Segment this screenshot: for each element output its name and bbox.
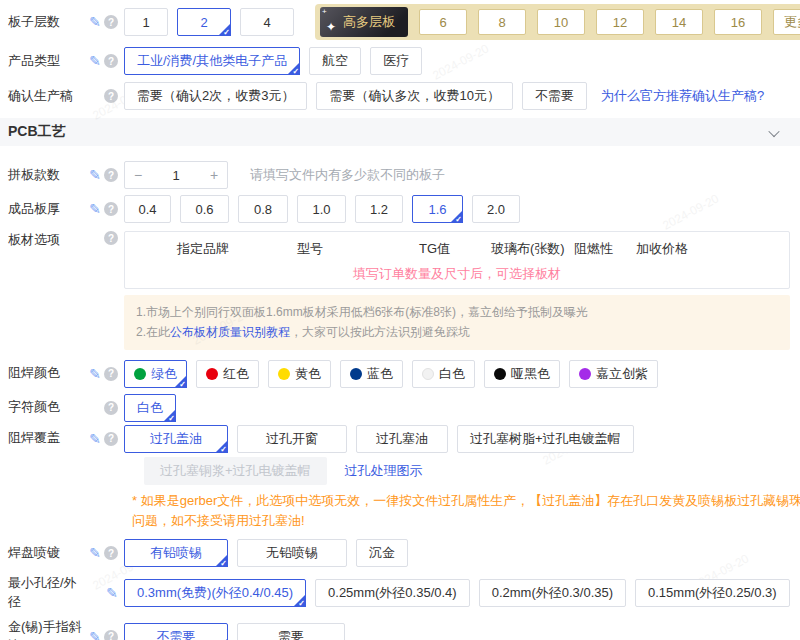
hasl-lead-free[interactable]: 无铅喷锡	[237, 539, 347, 567]
material-block: 指定品牌 型号 TG值 玻璃布(张数) 阻燃性 加收价格 填写订单数量及尺寸后，…	[124, 231, 792, 350]
layers-option-12[interactable]: 12	[596, 9, 644, 35]
solder-color-options: 绿色 红色 黄色 蓝色 白色 哑黑色 嘉立创紫	[124, 360, 792, 388]
via-covering-options: 过孔盖油 过孔开窗 过孔塞油 过孔塞树脂+过孔电镀盖帽	[124, 425, 792, 453]
stepper-plus-button[interactable]: +	[201, 167, 227, 183]
multilayer-group: + ✦ 高多层板 6 8 10 12 14 16 更多层数	[315, 4, 800, 40]
help-icon[interactable]: ?	[104, 54, 118, 68]
layers-option-2-selected[interactable]: 2	[177, 8, 231, 36]
gold-finger-label: 金(锡)手指斜边	[8, 618, 86, 640]
red-dot-icon	[206, 368, 218, 380]
help-icon[interactable]: ?	[104, 231, 118, 245]
sparkle-icon: ✦	[326, 21, 336, 33]
edit-icon[interactable]: ✎	[89, 54, 101, 68]
hole-0.15mm[interactable]: 0.15mm(外径0.25/0.3)	[635, 579, 790, 607]
note-2-text: ，大家可以按此方法识别避免踩坑	[290, 325, 470, 339]
confirm-option-none[interactable]: 不需要	[522, 82, 587, 110]
via-treatment-diagram-link[interactable]: 过孔处理图示	[345, 462, 423, 480]
help-icon[interactable]: ?	[104, 15, 118, 29]
help-icon[interactable]: ?	[104, 367, 118, 381]
product-option-industrial-selected[interactable]: 工业/消费/其他类电子产品	[124, 47, 300, 75]
help-icon[interactable]: ?	[104, 401, 118, 415]
collapse-chevron-icon[interactable]	[770, 125, 778, 140]
via-resin-plugged-capped[interactable]: 过孔塞树脂+过孔电镀盖帽	[457, 425, 634, 453]
hole-0.2mm[interactable]: 0.2mm(外径0.3/0.35)	[479, 579, 626, 607]
bevel-needed[interactable]: 需要	[237, 623, 345, 640]
thickness-0.8[interactable]: 0.8	[238, 195, 288, 223]
edit-icon[interactable]: ✎	[89, 367, 101, 381]
thickness-0.6[interactable]: 0.6	[180, 195, 229, 223]
row-silkscreen-color: 字符颜色 ? 白色	[8, 394, 792, 422]
silkscreen-white-selected[interactable]: 白色	[124, 394, 176, 422]
color-label: 白色	[439, 365, 465, 383]
via-opened[interactable]: 过孔开窗	[237, 425, 347, 453]
via-plugged[interactable]: 过孔塞油	[356, 425, 448, 453]
color-option-white[interactable]: 白色	[412, 360, 475, 388]
help-icon[interactable]: ?	[104, 630, 118, 640]
row-icons: ?	[86, 401, 118, 415]
layers-option-8[interactable]: 8	[478, 9, 526, 35]
material-tutorial-link[interactable]: 公布板材质量识别教程	[170, 325, 290, 339]
surface-finish-options: 有铅喷锡 无铅喷锡 沉金	[124, 539, 792, 567]
edit-icon[interactable]: ✎	[89, 546, 101, 560]
gerber-warning-text: * 如果是gerber文件，此选项中选项无效，一律按文件过孔属性生产，【过孔盖油…	[132, 491, 800, 531]
help-icon[interactable]: ?	[104, 546, 118, 560]
edit-icon[interactable]: ✎	[89, 630, 101, 640]
multilayer-badge[interactable]: + ✦ 高多层板	[320, 7, 408, 37]
thickness-1.2[interactable]: 1.2	[355, 195, 403, 223]
board-layers-label: 板子层数	[8, 13, 86, 32]
thickness-1.0[interactable]: 1.0	[297, 195, 346, 223]
purple-dot-icon	[579, 368, 591, 380]
why-confirm-link[interactable]: 为什么官方推荐确认生产稿?	[601, 87, 764, 105]
edit-icon[interactable]: ✎	[89, 202, 101, 216]
color-option-jlc-purple[interactable]: 嘉立创紫	[569, 360, 658, 388]
stepper-value[interactable]: 1	[151, 168, 201, 183]
min-hole-options: 0.3mm(免费)(外径0.4/0.45) 0.25mm(外径0.35/0.4)…	[124, 579, 792, 607]
hasl-leaded-selected[interactable]: 有铅喷锡	[124, 539, 228, 567]
enig[interactable]: 沉金	[356, 539, 408, 567]
hole-0.25mm[interactable]: 0.25mm(外径0.35/0.4)	[315, 579, 470, 607]
section-title: PCB工艺	[8, 123, 66, 141]
material-label: 板材选项	[8, 231, 86, 250]
more-layers-dropdown[interactable]: 更多层数	[773, 9, 800, 35]
color-option-blue[interactable]: 蓝色	[340, 360, 403, 388]
color-option-matte-black[interactable]: 哑黑色	[484, 360, 560, 388]
layers-option-1[interactable]: 1	[124, 8, 168, 36]
color-label: 黄色	[295, 365, 321, 383]
row-material-options: 板材选项 ? 指定品牌 型号 TG值 玻璃布(张数) 阻燃性 加收价格 填写订单…	[8, 231, 792, 350]
confirm-option-twice[interactable]: 需要（确认2次，收费3元）	[124, 82, 307, 110]
product-option-medical[interactable]: 医疗	[370, 47, 422, 75]
material-table: 指定品牌 型号 TG值 玻璃布(张数) 阻燃性 加收价格 填写订单数量及尺寸后，…	[124, 231, 790, 289]
product-option-aerospace[interactable]: 航空	[309, 47, 361, 75]
help-icon[interactable]: ?	[104, 432, 118, 446]
help-icon[interactable]: ?	[104, 168, 118, 182]
via-tented-selected[interactable]: 过孔盖油	[124, 425, 228, 453]
white-dot-icon	[422, 368, 434, 380]
bevel-not-needed-selected[interactable]: 不需要	[124, 623, 228, 640]
edit-icon[interactable]: ✎	[106, 586, 118, 600]
row-gold-finger-bevel: 金(锡)手指斜边 ✎ ? 不需要 需要	[8, 618, 792, 640]
color-option-red[interactable]: 红色	[196, 360, 259, 388]
quantity-stepper: − 1 +	[124, 161, 228, 189]
hole-0.3mm-selected[interactable]: 0.3mm(免费)(外径0.4/0.45)	[124, 579, 306, 607]
stepper-minus-button[interactable]: −	[125, 167, 151, 183]
layers-option-16[interactable]: 16	[714, 9, 762, 35]
color-label: 哑黑色	[511, 365, 550, 383]
confirm-option-multiple[interactable]: 需要（确认多次，收费10元）	[316, 82, 512, 110]
layers-option-4[interactable]: 4	[240, 8, 294, 36]
thickness-0.4[interactable]: 0.4	[124, 195, 171, 223]
help-icon[interactable]: ?	[104, 89, 118, 103]
layers-option-6[interactable]: 6	[419, 9, 467, 35]
blue-dot-icon	[350, 368, 362, 380]
thickness-1.6-selected[interactable]: 1.6	[412, 195, 463, 223]
thickness-2.0[interactable]: 2.0	[472, 195, 520, 223]
color-option-yellow[interactable]: 黄色	[268, 360, 331, 388]
color-option-green-selected[interactable]: 绿色	[124, 360, 187, 388]
edit-icon[interactable]: ✎	[89, 168, 101, 182]
layers-option-10[interactable]: 10	[537, 9, 585, 35]
material-notes: 1.市场上个别同行双面板1.6mm板材采用低档6张布(标准8张)，嘉立创给予抵制…	[124, 295, 790, 350]
help-icon[interactable]: ?	[104, 202, 118, 216]
material-note-2: 2.在此公布板材质量识别教程，大家可以按此方法识别避免踩坑	[136, 322, 778, 342]
edit-icon[interactable]: ✎	[89, 15, 101, 29]
layers-option-14[interactable]: 14	[655, 9, 703, 35]
edit-icon[interactable]: ✎	[89, 432, 101, 446]
